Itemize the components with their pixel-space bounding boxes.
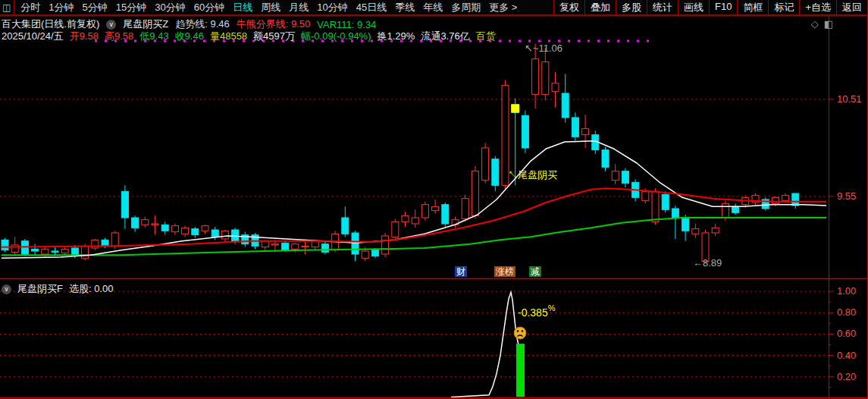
candle-body — [342, 218, 349, 234]
sub-select-value: 选股: 0.00 — [69, 282, 114, 296]
candle-body — [642, 191, 649, 200]
candle-body — [612, 171, 619, 181]
quote-bar: 2025/10/24/五 开9.58 高9.58 低9.43 收9.46 量48… — [2, 30, 496, 43]
toolbar-button-复权[interactable]: 复权 — [554, 0, 585, 15]
period-tab-5分钟[interactable]: 5分钟 — [83, 1, 108, 14]
finance-button[interactable]: 财 — [455, 266, 467, 277]
toolbar-divider — [14, 0, 14, 15]
quote-high: 高9.58 — [105, 30, 133, 43]
candle-body — [221, 231, 228, 239]
candle-body — [382, 236, 389, 254]
split-window-icon[interactable]: ◧ — [824, 18, 833, 30]
period-tabs: 分时1分钟5分钟15分钟30分钟60分钟日线周线月线10分钟45日线季线年线多周… — [20, 1, 525, 14]
legend-var111: VAR111: 9.34 — [317, 19, 376, 30]
candle-body — [232, 230, 239, 241]
candle-body — [782, 196, 789, 201]
sub-axis-label-0.40: 0.40 — [837, 350, 856, 361]
candle-body — [792, 193, 799, 206]
candle-body — [262, 241, 268, 247]
candle-body — [52, 251, 58, 252]
period-tab-月线[interactable]: 月线 — [289, 1, 309, 14]
sub-axis-label-0.80: 0.80 — [837, 306, 856, 318]
signal-bar — [516, 344, 525, 397]
period-tab-30分钟[interactable]: 30分钟 — [155, 1, 185, 14]
chart-canvas[interactable]: ↖~11.06←8.89↖尾盘阴买-0.385%10.519.551.000.8… — [0, 0, 868, 399]
period-tab-年线[interactable]: 年线 — [423, 1, 443, 14]
top-toolbar: ◫ 分时1分钟5分钟15分钟30分钟60分钟日线周线月线10分钟45日线季线年线… — [0, 0, 868, 16]
candle-body — [111, 233, 118, 246]
toolbar-button-+自选[interactable]: +自选 — [800, 0, 837, 15]
candle-body — [61, 249, 68, 253]
candle-body — [572, 118, 578, 137]
toolbar-button-返回[interactable]: 返回 — [837, 0, 868, 15]
candle-body — [292, 244, 299, 250]
toolbar-button-标记[interactable]: 标记 — [769, 0, 800, 15]
candle-body — [432, 206, 439, 210]
annotation-signal-label: ↖尾盘阴买 — [508, 169, 557, 181]
period-tab-15分钟[interactable]: 15分钟 — [116, 1, 146, 14]
candle-body — [532, 59, 539, 95]
chevron-down-icon[interactable]: ∨ — [106, 20, 116, 30]
toolbar-button-叠加[interactable]: 叠加 — [585, 0, 616, 15]
chevron-down-icon[interactable]: ∨ — [2, 284, 11, 294]
period-tab-日线[interactable]: 日线 — [233, 1, 252, 14]
candle-body — [412, 218, 418, 224]
candle-body — [142, 220, 149, 225]
sub-signal-line — [451, 292, 519, 397]
period-tab-1分钟[interactable]: 1分钟 — [49, 1, 74, 14]
candle-body — [552, 83, 559, 92]
candle-body — [482, 148, 489, 181]
sub-panel-header: ∨ 尾盘阴买F 选股: 0.00 — [2, 282, 113, 296]
toolbar-button-画线[interactable]: 画线 — [678, 0, 710, 15]
candle-body — [682, 218, 689, 231]
toolbar-button-简框[interactable]: 简框 — [738, 0, 769, 15]
period-tab-周线[interactable]: 周线 — [261, 1, 280, 14]
toolbar-button-统计[interactable]: 统计 — [647, 0, 678, 15]
candle-body — [161, 225, 168, 231]
candle-body — [102, 240, 108, 246]
period-tab-多周期[interactable]: 多周期 — [451, 1, 481, 14]
candle-body — [402, 215, 409, 221]
quote-sector[interactable]: 百货 — [476, 30, 496, 43]
candle-body — [562, 93, 569, 118]
period-tab-分时[interactable]: 分时 — [20, 1, 40, 14]
price-axis-label-10.51: 10.51 — [837, 93, 862, 105]
candle-body — [602, 150, 609, 168]
layout-icon[interactable]: ◫ — [2, 2, 11, 13]
candle-body — [271, 244, 278, 245]
sad-face-emoji — [514, 327, 526, 339]
stock-app-window: ◫ 分时1分钟5分钟15分钟30分钟60分钟日线周线月线10分钟45日线季线年线… — [0, 0, 868, 399]
candle-body — [32, 249, 39, 251]
toolbar-button-F10[interactable]: F10 — [710, 0, 738, 15]
candle-body — [42, 249, 49, 254]
quote-float-cap: 流通3.76亿 — [421, 30, 469, 43]
sub-indicator-name[interactable]: 尾盘阴买F — [17, 282, 63, 296]
sub-axis-label-1.00: 1.00 — [837, 285, 856, 297]
annotation-low-price: ←8.89 — [693, 257, 722, 269]
diamond-icon[interactable]: ◇ — [811, 18, 819, 30]
candle-body — [2, 240, 8, 250]
candle-body — [522, 115, 528, 148]
quote-amount: 额4597万 — [253, 30, 295, 43]
quote-change: 幅-0.09(-0.94%) — [301, 30, 371, 43]
period-tab-更多 >[interactable]: 更多 > — [489, 1, 517, 14]
period-tab-60分钟[interactable]: 60分钟 — [194, 1, 224, 14]
candle-body — [772, 197, 779, 203]
quote-close: 收9.46 — [175, 30, 204, 43]
rank-button[interactable]: 涨榜 — [494, 266, 515, 277]
reduce-button[interactable]: 减 — [529, 266, 541, 277]
quote-open: 开9.58 — [70, 30, 99, 43]
annotation-peak-price: ↖~11.06 — [525, 42, 562, 54]
candle-body — [732, 206, 739, 212]
candle-body — [282, 243, 289, 250]
quote-volume: 量48558 — [210, 30, 247, 43]
candle-body — [302, 246, 309, 247]
toolbar-buttons: 复权叠加多股统计画线F10简框标记+自选返回 — [553, 0, 868, 15]
candle-body — [442, 205, 449, 224]
period-tab-45日线[interactable]: 45日线 — [356, 1, 387, 14]
candle-body — [132, 218, 139, 228]
period-tab-季线[interactable]: 季线 — [395, 1, 415, 14]
period-tab-10分钟[interactable]: 10分钟 — [317, 1, 347, 14]
candle-body — [121, 191, 128, 218]
toolbar-button-多股[interactable]: 多股 — [616, 0, 647, 15]
